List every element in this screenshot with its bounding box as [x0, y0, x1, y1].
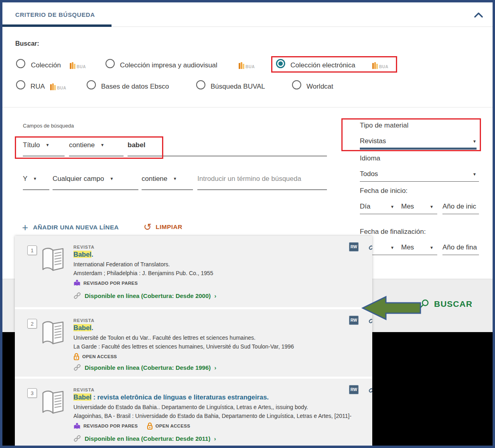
- start-date-label: Fecha de inicio:: [360, 187, 408, 195]
- rw-badge[interactable]: RW: [349, 242, 359, 251]
- search-term-input-2[interactable]: Introducir un término de búsqueda: [197, 175, 327, 183]
- peer-reviewed-badge: REVISADO POR PARES: [73, 280, 138, 286]
- result-title-link[interactable]: Babel.: [73, 324, 93, 332]
- operator-select-2[interactable]: contiene▼: [142, 175, 177, 183]
- permalink-icon[interactable]: [368, 385, 372, 395]
- chevron-down-icon[interactable]: ▼: [473, 172, 477, 176]
- result-title-link[interactable]: Babel : revista eletrônica de línguas e …: [73, 393, 269, 401]
- search-term-input[interactable]: babel: [128, 141, 145, 149]
- result-number-badge: 3: [27, 388, 37, 398]
- result-item-1: 1 REVISTA Babel. International Federatio…: [15, 236, 372, 309]
- radio-worldcat[interactable]: [292, 80, 301, 89]
- radio-worldcat-label: Worldcat: [306, 83, 333, 91]
- chevron-down-icon: ▼: [100, 143, 104, 147]
- result-title-link[interactable]: Babel.: [73, 251, 93, 258]
- field-select-2[interactable]: Cualquier campo▼: [53, 175, 114, 183]
- chevron-right-icon: ›: [214, 435, 216, 442]
- result-publisher: Amsterdam ; Philadelphia : J. Benjamins …: [73, 270, 213, 276]
- search-icon: [419, 298, 430, 310]
- chevron-right-icon: ›: [214, 364, 216, 371]
- open-access-icon: [147, 422, 153, 430]
- chevron-down-icon[interactable]: ▼: [473, 139, 477, 144]
- radio-buval[interactable]: [196, 80, 205, 89]
- result-publisher: La Garde : Faculté des lettres et scienc…: [73, 343, 294, 350]
- reset-icon: ↺: [144, 222, 152, 232]
- collapse-panel-button[interactable]: [473, 11, 484, 19]
- tab-active-underline: [2, 24, 112, 27]
- material-type-label: Tipo de material: [360, 122, 408, 130]
- result-item-2: 2 REVISTA Babel. Université de Toulon et…: [15, 309, 372, 379]
- chevron-down-icon: ▼: [110, 176, 114, 181]
- rw-badge[interactable]: RW: [349, 385, 359, 394]
- open-access-badge: OPEN ACCESS: [73, 353, 117, 360]
- result-publisher: Alagoinhas, BA - Brasil : Universidade d…: [73, 413, 351, 419]
- buscar-label: Buscar:: [15, 40, 39, 47]
- start-year-input[interactable]: Año de inic: [442, 203, 479, 211]
- bool-operator-select[interactable]: Y▼: [23, 175, 37, 183]
- chevron-down-icon[interactable]: ▼: [390, 245, 394, 250]
- result-author: Universidade do Estado da Bahia.. Depart…: [73, 404, 308, 410]
- permalink-icon[interactable]: [368, 315, 372, 326]
- chevron-down-icon: ▼: [173, 176, 177, 181]
- link-icon: [73, 435, 81, 442]
- bua-logo: BUA: [50, 83, 66, 90]
- search-button[interactable]: BUSCAR: [419, 298, 473, 310]
- result-number-badge: 2: [27, 319, 37, 328]
- availability-link[interactable]: Disponible en línea (Cobertura: Desde 19…: [73, 364, 216, 371]
- start-day-select[interactable]: Día: [360, 203, 370, 211]
- result-number-badge: 1: [27, 245, 37, 255]
- radio-coleccion-label: Colección: [31, 61, 61, 69]
- results-list: 1 REVISTA Babel. International Federatio…: [15, 236, 372, 446]
- journal-icon: [40, 319, 66, 350]
- language-label: Idioma: [360, 154, 380, 162]
- radio-coleccion-impresa-label: Colección impresa y audiovisual: [120, 61, 217, 69]
- radio-coleccion[interactable]: [16, 59, 25, 68]
- end-date-label: Fecha de finalización:: [360, 228, 426, 236]
- chevron-down-icon[interactable]: ▼: [430, 245, 434, 250]
- permalink-icon[interactable]: [368, 242, 372, 252]
- section-divider: [2, 107, 493, 107]
- clear-button[interactable]: ↺ LIMPIAR: [144, 222, 183, 232]
- radio-rua[interactable]: [16, 80, 25, 89]
- radio-buval-label: Búsqueda BUVAL: [211, 83, 265, 91]
- radio-ebsco-label: Bases de datos Ebsco: [101, 83, 169, 91]
- result-type-label: REVISTA: [73, 318, 94, 323]
- result-type-label: REVISTA: [73, 245, 94, 249]
- material-type-select[interactable]: Revistas: [360, 137, 386, 145]
- chevron-right-icon: ›: [214, 292, 216, 299]
- end-year-input[interactable]: Año de fina: [442, 243, 479, 251]
- bua-logo: BUA: [70, 62, 86, 69]
- add-line-button[interactable]: + AÑADIR UNA NUEVA LÍNEA: [22, 223, 119, 232]
- journal-icon: [40, 245, 66, 277]
- result-author: International Federation of Translators.: [73, 261, 170, 268]
- link-icon: [73, 292, 81, 300]
- language-select[interactable]: Todos: [360, 170, 378, 178]
- tab-search-criteria[interactable]: CRITERIO DE BÚSQUEDA: [15, 11, 95, 18]
- peer-review-icon: [73, 280, 81, 286]
- result-type-label: REVISTA: [73, 387, 94, 392]
- radio-coleccion-impresa[interactable]: [105, 59, 115, 68]
- rw-badge[interactable]: RW: [349, 316, 359, 325]
- radio-ebsco[interactable]: [87, 80, 96, 89]
- availability-link[interactable]: Disponible en línea (Cobertura: Desde 20…: [73, 292, 216, 300]
- field-select[interactable]: Título▼: [23, 141, 49, 149]
- bua-logo: BUA: [372, 62, 388, 69]
- open-access-icon: [73, 353, 79, 360]
- radio-coleccion-electronica[interactable]: [276, 59, 285, 68]
- chevron-down-icon[interactable]: ▼: [430, 205, 434, 209]
- chevron-down-icon: ▼: [46, 143, 50, 147]
- operator-select[interactable]: contiene▼: [69, 141, 104, 149]
- result-item-3: 3 REVISTA Babel : revista eletrônica de …: [15, 379, 372, 446]
- link-icon: [73, 364, 81, 371]
- result-author: Université de Toulon et du Var.. Faculté…: [73, 334, 256, 341]
- availability-link[interactable]: Disponible en línea (Cobertura: Desde 20…: [73, 435, 216, 442]
- chevron-down-icon[interactable]: ▼: [390, 205, 394, 209]
- advanced-search-panel: CRITERIO DE BÚSQUEDA Buscar: Colección B…: [0, 0, 495, 448]
- end-month-select[interactable]: Mes: [401, 243, 414, 251]
- plus-icon: +: [22, 223, 28, 232]
- peer-reviewed-badge: REVISADO POR PARES: [73, 423, 138, 430]
- bua-logo: BUA: [239, 62, 255, 69]
- start-month-select[interactable]: Mes: [401, 203, 414, 211]
- peer-review-icon: [73, 423, 81, 430]
- chevron-down-icon: ▼: [33, 176, 37, 181]
